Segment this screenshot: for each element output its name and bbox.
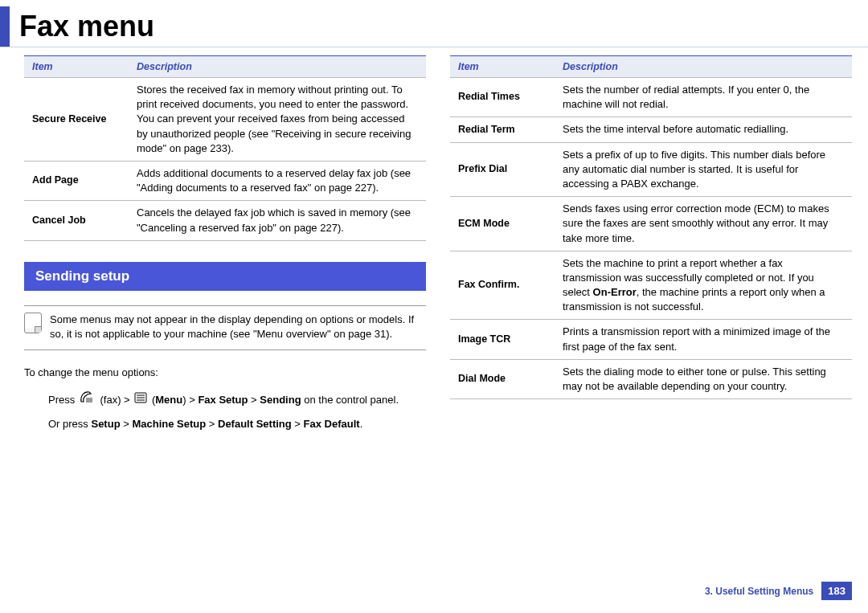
fax-handset-icon [80, 390, 96, 411]
desc-cell: Stores the received fax in memory withou… [129, 78, 426, 161]
instruction-intro: To change the menu options: [24, 365, 426, 382]
table-row: Redial TimesSets the number of redial at… [450, 78, 852, 117]
table-row: Image TCRPrints a transmission report wi… [450, 320, 852, 359]
menu-list-icon [134, 390, 147, 411]
section-header-sending-setup: Sending setup [24, 262, 426, 291]
note-text: Some menus may not appear in the display… [50, 313, 426, 341]
desc-cell: Sets the machine to print a report wheth… [555, 251, 852, 320]
item-cell: Redial Term [450, 117, 555, 142]
desc-cell: Cancels the delayed fax job which is sav… [129, 201, 426, 240]
table-row: Add PageAdds additional documents to a r… [24, 161, 426, 200]
text: > [206, 418, 218, 430]
item-cell: Secure Receive [24, 78, 129, 161]
bold-text: Default Setting [218, 418, 292, 430]
desc-cell: Adds additional documents to a reserved … [129, 161, 426, 200]
footer-page-number: 183 [821, 582, 852, 600]
table-row: Redial TermSets the time interval before… [450, 117, 852, 142]
bold-text: Fax Default [304, 418, 360, 430]
table-row: Cancel JobCancels the delayed fax job wh… [24, 201, 426, 240]
text: Press [48, 394, 78, 406]
item-cell: Dial Mode [450, 359, 555, 398]
table-header-desc: Description [129, 56, 426, 78]
bold-text: Sending [260, 394, 301, 406]
table-row: Prefix DialSets a prefix of up to five d… [450, 142, 852, 197]
footer-chapter: 3. Useful Setting Menus [705, 586, 813, 597]
table-row: Dial ModeSets the dialing mode to either… [450, 359, 852, 398]
table-header-item: Item [450, 56, 555, 78]
table-right: Item Description Redial TimesSets the nu… [450, 55, 852, 399]
bold-text: Setup [91, 418, 120, 430]
note-box: Some menus may not appear in the display… [24, 305, 426, 350]
text: . [360, 418, 363, 430]
text: ) > [182, 394, 198, 406]
instruction-line-2: Or press Setup > Machine Setup > Default… [48, 414, 426, 435]
desc-cell: Sets the dialing mode to either tone or … [555, 359, 852, 398]
desc-cell: Sets a prefix of up to five digits. This… [555, 142, 852, 197]
desc-cell: Sets the number of redial attempts. If y… [555, 78, 852, 117]
bold-text: Menu [155, 394, 182, 406]
desc-cell: Sends faxes using error correction mode … [555, 197, 852, 251]
table-header-item: Item [24, 56, 129, 78]
page-title-bar: Fax menu [0, 0, 868, 47]
text: > [121, 418, 133, 430]
text: > [292, 418, 304, 430]
right-column: Item Description Redial TimesSets the nu… [450, 55, 852, 438]
item-cell: ECM Mode [450, 197, 555, 251]
left-column: Item Description Secure ReceiveStores th… [24, 55, 426, 438]
item-cell: Add Page [24, 161, 129, 200]
desc-cell: Sets the time interval before automatic … [555, 117, 852, 142]
item-cell: Prefix Dial [450, 142, 555, 197]
table-row: Fax Confirm.Sets the machine to print a … [450, 251, 852, 320]
page-footer: 3. Useful Setting Menus 183 [705, 582, 852, 600]
table-header-desc: Description [555, 56, 852, 78]
text: Or press [48, 418, 91, 430]
text: > [248, 394, 260, 406]
desc-cell: Prints a transmission report with a mini… [555, 320, 852, 359]
item-cell: Cancel Job [24, 201, 129, 240]
bold-text: Machine Setup [132, 418, 206, 430]
text: on the control panel. [301, 394, 399, 406]
page-title: Fax menu [19, 10, 154, 43]
instruction-line-1: Press (fax) > (Menu) > Fax Setup > Sendi… [48, 390, 426, 411]
note-icon [24, 313, 42, 333]
item-cell: Redial Times [450, 78, 555, 117]
item-cell: Fax Confirm. [450, 251, 555, 320]
table-row: ECM ModeSends faxes using error correcti… [450, 197, 852, 251]
table-left: Item Description Secure ReceiveStores th… [24, 55, 426, 241]
text: (fax) > [100, 394, 133, 406]
table-row: Secure ReceiveStores the received fax in… [24, 78, 426, 161]
item-cell: Image TCR [450, 320, 555, 359]
bold-text: Fax Setup [198, 394, 248, 406]
title-accent-bar [0, 6, 10, 47]
